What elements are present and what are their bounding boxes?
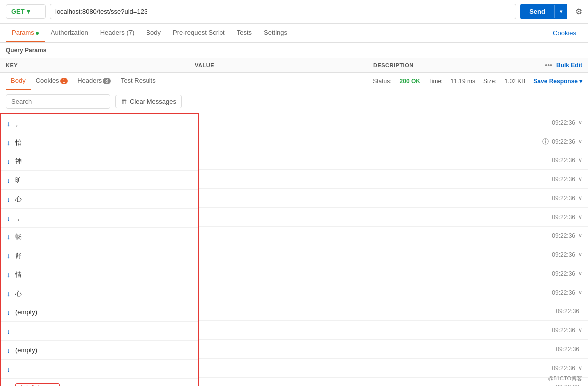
clear-messages-button[interactable]: 🗑 Clear Messages — [115, 95, 182, 108]
list-item[interactable]: ↓ 情 — [1, 265, 198, 284]
down-arrow-icon: ↓ — [7, 384, 10, 386]
list-item[interactable]: ↓ 心 — [1, 190, 198, 209]
tab-authorization[interactable]: Authorization — [45, 24, 94, 42]
down-arrow-icon: ↓ — [7, 346, 10, 354]
tab-settings[interactable]: Settings — [258, 24, 293, 42]
message-time: 09:22:36 — [552, 176, 575, 183]
message-char: 舒 — [15, 251, 192, 260]
save-response-chevron: ▾ — [579, 78, 582, 85]
list-item[interactable]: ↓ 心 — [1, 284, 198, 303]
expand-icon[interactable]: ∨ — [578, 157, 582, 163]
size-value: 1.02 KB — [505, 78, 526, 85]
list-item[interactable]: ↓ 畅 — [1, 228, 198, 246]
save-response-button[interactable]: Save Response ▾ — [533, 78, 582, 85]
tab-body[interactable]: Body — [140, 24, 167, 42]
expand-icon[interactable]: ∨ — [578, 289, 582, 296]
clear-label: Clear Messages — [130, 98, 176, 105]
list-item-connected[interactable]: ↓ 连接成功！！！ "2023-03-01T09:27:16.172432" — [1, 379, 198, 386]
time-label: Time: — [428, 78, 443, 85]
expand-icon[interactable]: ∨ — [578, 119, 582, 126]
response-meta: Status: 200 OK Time: 11.19 ms Size: 1.02… — [373, 75, 582, 88]
down-arrow-icon: ↓ — [7, 290, 10, 298]
expand-icon[interactable]: ∨ — [578, 270, 582, 277]
params-dot — [36, 32, 39, 35]
connection-string: "2023-03-01T09:27:16.172432" — [63, 385, 146, 386]
message-time: 09:22:36 — [552, 365, 575, 372]
right-row: 09:22:36 ∨ — [199, 170, 588, 189]
message-time: 09:22:36 — [556, 384, 579, 386]
tab-test-results[interactable]: Test Results — [116, 73, 161, 90]
list-item[interactable]: ↓ (empty) — [1, 303, 198, 322]
watermark: @51CTO博客 — [548, 375, 582, 382]
expand-icon[interactable]: ∨ — [578, 365, 582, 371]
message-char: 心 — [15, 289, 192, 298]
right-row: ⓘ 09:22:36 ∨ — [199, 132, 588, 151]
list-item[interactable]: ↓ (empty) — [1, 341, 198, 360]
expand-icon[interactable]: ∨ — [578, 327, 582, 333]
settings-icon[interactable]: ⚙ — [575, 7, 582, 16]
method-selector[interactable]: GET ▾ — [6, 4, 46, 19]
right-row: 09:22:36 — [199, 340, 588, 359]
right-row: 09:22:36 ∨ — [199, 359, 588, 378]
list-item[interactable]: ↓ — [1, 360, 198, 379]
trash-icon: 🗑 — [121, 98, 127, 105]
connection-tag: 连接成功！！！ — [15, 383, 60, 386]
tab-tests[interactable]: Tests — [231, 24, 258, 42]
list-item[interactable]: ↓ 怡 — [1, 133, 198, 152]
info-icon[interactable]: ⓘ — [542, 137, 549, 146]
list-item[interactable]: ↓ 神 — [1, 152, 198, 171]
bulk-edit-button[interactable]: Bulk Edit — [556, 62, 582, 69]
top-bar: GET ▾ Send ▾ ⚙ — [0, 0, 588, 24]
status-label: Status: — [373, 78, 391, 85]
cookies-badge: 1 — [60, 78, 68, 84]
down-arrow-icon: ↓ — [7, 157, 10, 165]
message-char: 情 — [15, 270, 192, 279]
down-arrow-icon: ↓ — [7, 365, 10, 373]
expand-icon[interactable]: ∨ — [578, 251, 582, 258]
message-time: 09:22:36 — [552, 327, 575, 334]
list-item[interactable]: ↓ 舒 — [1, 246, 198, 265]
message-time: 09:22:36 — [556, 346, 579, 353]
tab-headers[interactable]: Headers (7) — [94, 24, 141, 42]
more-options-icon[interactable]: ••• — [545, 61, 552, 69]
tab-params[interactable]: Params — [6, 24, 45, 42]
right-row: 09:22:36 ∨ — [199, 264, 588, 283]
expand-icon[interactable]: ∨ — [578, 176, 582, 182]
list-item[interactable]: ↓ ， — [1, 209, 198, 228]
right-row: 09:22:36 ∨ — [199, 245, 588, 264]
method-chevron-icon: ▾ — [27, 8, 30, 15]
down-arrow-icon: ↓ — [7, 214, 10, 222]
message-char: 旷 — [15, 176, 192, 185]
col-value: VALUE — [195, 62, 373, 68]
search-input[interactable] — [6, 94, 110, 109]
tab-headers-response[interactable]: Headers8 — [73, 73, 116, 90]
tab-prerequest[interactable]: Pre-request Script — [167, 24, 231, 42]
send-button[interactable]: Send ▾ — [520, 4, 567, 19]
headers-badge: 8 — [103, 78, 111, 84]
message-time: 09:22:36 — [552, 214, 575, 221]
time-value: 11.19 ms — [451, 78, 475, 85]
send-dropdown-icon[interactable]: ▾ — [554, 5, 567, 18]
message-time: 09:22:36 — [556, 308, 579, 315]
cookies-link[interactable]: Cookies — [547, 24, 582, 42]
tab-cookies-response[interactable]: Cookies1 — [31, 73, 73, 90]
col-key: KEY — [6, 62, 195, 68]
expand-icon[interactable]: ∨ — [578, 214, 582, 220]
down-arrow-icon: ↓ — [7, 195, 10, 203]
url-input[interactable] — [50, 4, 516, 19]
list-item[interactable]: ↓ 。 — [1, 114, 198, 133]
right-row: 09:22:36 ∨ — [199, 208, 588, 227]
query-params-label: Query Params — [0, 43, 588, 58]
expand-icon[interactable]: ∨ — [578, 195, 582, 201]
list-item[interactable]: ↓ 旷 — [1, 171, 198, 190]
expand-icon[interactable]: ∨ — [578, 232, 582, 239]
message-time: 09:22:36 — [552, 232, 575, 239]
message-area: ↓ 。 ↓ 怡 ↓ 神 ↓ 旷 ↓ 心 ↓ ， ↓ 畅 ↓ 舒 — [0, 113, 588, 386]
list-item[interactable]: ↓ — [1, 322, 198, 341]
message-char: (empty) — [15, 346, 192, 354]
down-arrow-icon: ↓ — [7, 139, 10, 147]
down-arrow-icon: ↓ — [7, 120, 10, 128]
tab-body-response[interactable]: Body — [6, 73, 31, 90]
expand-icon[interactable]: ∨ — [578, 138, 582, 145]
down-arrow-icon: ↓ — [7, 176, 10, 184]
